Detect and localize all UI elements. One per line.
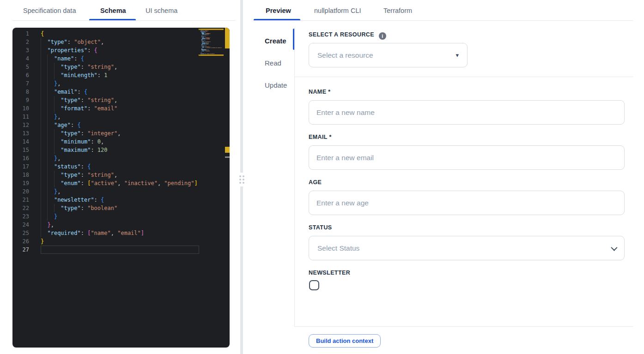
select-a-resource-label: SELECT A RESOURCEi xyxy=(309,31,386,40)
actions-nav-divider xyxy=(294,28,295,326)
code-line: 23 } xyxy=(12,212,230,221)
code-line: 10 "format": "email" xyxy=(12,104,230,113)
code-line: 15 "maximum": 120 xyxy=(12,146,230,154)
line-number: 26 xyxy=(12,237,29,246)
code-text: }, xyxy=(41,187,61,196)
code-text: "type": "boolean" xyxy=(41,204,117,212)
action-nav-read[interactable]: Read xyxy=(265,59,281,67)
code-line: 17 "status": { xyxy=(12,162,230,171)
resource-select-placeholder: Select a resource xyxy=(317,51,373,60)
code-line: 20 }, xyxy=(12,187,230,196)
editor-minimap[interactable] xyxy=(199,29,224,57)
code-line: 3 "properties": { xyxy=(12,46,230,54)
line-number: 22 xyxy=(12,204,29,212)
minimap-token xyxy=(200,29,200,29)
code-editor[interactable]: 1{2 "type": "object",3 "properties": {4 … xyxy=(12,28,230,348)
code-line: 8 "email": { xyxy=(12,88,230,96)
code-line: 6 "minLength": 1 xyxy=(12,71,230,79)
caret-down-icon: ▾ xyxy=(456,52,459,58)
code-line: 7 }, xyxy=(12,79,230,88)
code-text: "minimum": 0, xyxy=(41,138,104,146)
code-text: "format": "email" xyxy=(41,104,117,113)
line-number: 11 xyxy=(12,113,29,121)
select-a-resource-label-text: SELECT A RESOURCE xyxy=(309,31,374,38)
code-text: "type": "string", xyxy=(41,171,117,179)
code-text: "maximum": 120 xyxy=(41,146,108,154)
code-line: 26} xyxy=(12,237,230,246)
code-line: 1{ xyxy=(12,30,230,38)
tab-preview[interactable]: Preview xyxy=(266,7,291,14)
line-number: 21 xyxy=(12,196,29,204)
build-action-context-button[interactable]: Build action context xyxy=(309,334,381,348)
newsletter-label: NEWSLETTER xyxy=(309,270,350,276)
code-text: }, xyxy=(41,154,61,162)
age-input[interactable] xyxy=(309,191,625,215)
code-text: } xyxy=(41,212,57,221)
overview-ruler-scroll-marker xyxy=(225,156,230,158)
code-line: 22 "type": "boolean" xyxy=(12,204,230,212)
minimap-token xyxy=(200,54,200,55)
tab-ui-schema[interactable]: UI schema xyxy=(146,7,177,14)
name-label: NAME * xyxy=(309,89,331,95)
code-text: }, xyxy=(41,113,61,121)
name-input[interactable] xyxy=(309,100,625,125)
line-number: 6 xyxy=(12,71,29,79)
line-number: 17 xyxy=(12,162,29,171)
code-line: 25 "required": ["name", "email"] xyxy=(12,229,230,237)
line-number: 25 xyxy=(12,229,29,237)
panel-splitter[interactable] xyxy=(240,0,243,354)
footer-divider xyxy=(294,326,633,327)
code-line: 27 xyxy=(12,246,230,254)
splitter-drag-handle-icon[interactable] xyxy=(237,173,246,186)
chevron-down-icon xyxy=(611,244,617,251)
code-lines: 1{2 "type": "object",3 "properties": {4 … xyxy=(12,30,230,254)
current-line-highlight xyxy=(41,246,199,254)
code-line: 16 }, xyxy=(12,154,230,162)
status-select-placeholder: Select Status xyxy=(317,244,359,252)
resource-section-divider xyxy=(294,77,633,77)
status-select[interactable]: Select Status xyxy=(309,236,625,260)
tab-schema[interactable]: Schema xyxy=(100,7,126,14)
action-specification-page: Specification dataSchemaUI schema 1{2 "t… xyxy=(0,0,644,354)
code-line: 11 }, xyxy=(12,113,230,121)
tab-terraform[interactable]: Terraform xyxy=(383,7,412,14)
code-line: 19 "enum": ["active", "inactive", "pendi… xyxy=(12,179,230,187)
resource-select[interactable]: Select a resource ▾ xyxy=(309,43,468,67)
line-number: 3 xyxy=(12,46,29,54)
email-input[interactable] xyxy=(309,145,625,170)
info-icon[interactable]: i xyxy=(379,32,386,40)
email-label: EMAIL * xyxy=(309,134,332,140)
line-number: 12 xyxy=(12,121,29,129)
line-number: 5 xyxy=(12,63,29,71)
code-line: 12 "age": { xyxy=(12,121,230,129)
code-text: "email": { xyxy=(41,88,87,96)
line-number: 7 xyxy=(12,79,29,88)
line-number: 27 xyxy=(12,246,29,254)
code-text: "required": ["name", "email"] xyxy=(41,229,144,237)
status-label: STATUS xyxy=(309,224,332,231)
code-line: 2 "type": "object", xyxy=(12,38,230,46)
tab-specification-data[interactable]: Specification data xyxy=(23,7,76,14)
overview-ruler-marker-mid xyxy=(225,147,230,153)
line-number: 2 xyxy=(12,38,29,46)
code-text: "properties": { xyxy=(41,46,97,54)
code-line: 5 "type": "string", xyxy=(12,63,230,71)
right-tabs-divider xyxy=(254,20,633,21)
line-number: 14 xyxy=(12,138,29,146)
action-nav-update[interactable]: Update xyxy=(265,81,287,89)
code-text: } xyxy=(41,237,44,246)
line-number: 8 xyxy=(12,88,29,96)
line-number: 16 xyxy=(12,154,29,162)
code-text: "newsletter": { xyxy=(41,196,104,204)
code-text: }, xyxy=(41,79,61,88)
code-line: 24 }, xyxy=(12,221,230,229)
tab-nullplatform-cli[interactable]: nullplatform CLI xyxy=(314,7,361,14)
line-number: 15 xyxy=(12,146,29,154)
action-nav-create[interactable]: Create xyxy=(265,37,286,45)
line-number: 23 xyxy=(12,212,29,221)
newsletter-checkbox[interactable] xyxy=(309,280,319,290)
age-label: AGE xyxy=(309,179,322,186)
line-number: 4 xyxy=(12,54,29,63)
left-tabs-divider xyxy=(12,20,236,21)
code-line: 21 "newsletter": { xyxy=(12,196,230,204)
